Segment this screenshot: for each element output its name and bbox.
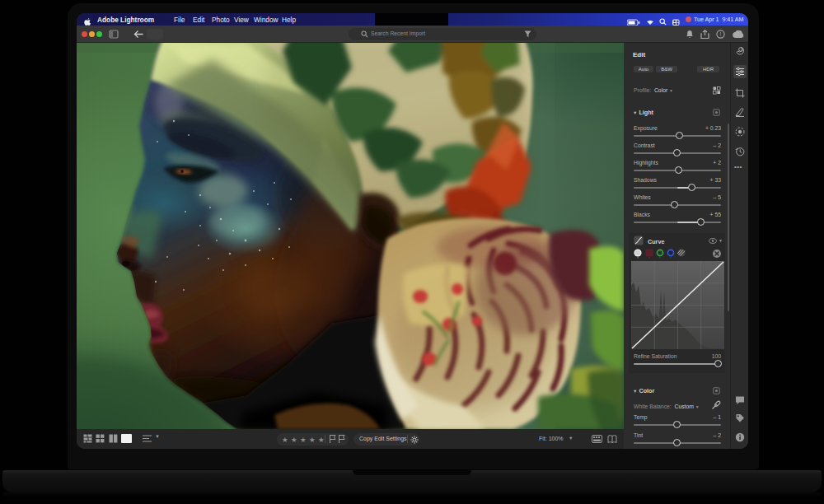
svg-text:!: ! (720, 31, 722, 37)
